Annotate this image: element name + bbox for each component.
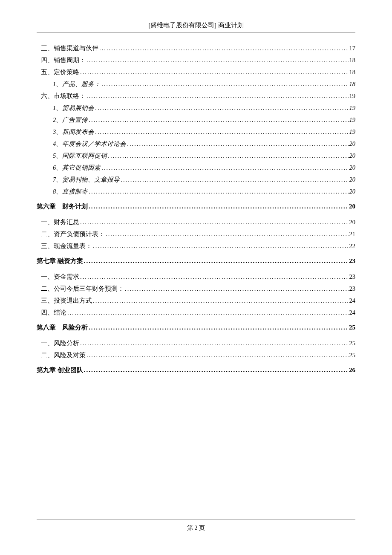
toc-entry: 8、直接邮寄20 [53,188,355,196]
footer-suffix: 页 [198,525,205,531]
toc-leader-dots [121,176,348,183]
toc-label: 5、国际互联网促销 [53,152,107,160]
toc-leader-dots [127,140,348,147]
toc-label: 一、风险分析 [41,339,79,347]
toc-label: 三、销售渠道与伙伴 [41,44,98,52]
toc-entry: 三、现金流量表：22 [41,242,355,250]
toc-label: 7、贸易刊物、文章报导 [53,176,120,184]
toc-page-number: 20 [349,176,356,183]
toc-label: 第七章 融资方案 [37,257,83,265]
toc-entry: 6、其它促销因素20 [53,164,355,172]
toc-label: 四、结论 [41,309,66,317]
toc-leader-dots [89,324,348,331]
toc-page-number: 19 [349,104,356,112]
toc-page-number: 26 [349,367,355,374]
toc-page-number: 20 [349,152,356,159]
toc-label: 1、贸易展销会 [53,104,94,112]
toc-leader-dots [101,164,348,171]
toc-page-number: 18 [349,69,356,76]
toc-entry: 四、销售周期：18 [41,56,355,64]
toc-label: 四、销售周期： [41,56,86,64]
toc-label: 2、广告宣传 [53,116,88,124]
toc-page-number: 19 [349,116,356,124]
page-header: [盛维电子股份有限公司] 商业计划 [37,21,355,32]
toc-entry: 三、销售渠道与伙伴17 [41,44,355,52]
toc-leader-dots [86,352,349,359]
toc-leader-dots [89,116,348,124]
page-footer: 第 2 页 [0,524,392,532]
toc-entry: 三、投资退出方式24 [41,297,355,305]
toc-leader-dots [101,81,348,88]
toc-leader-dots [125,285,349,292]
toc-leader-dots [108,152,348,159]
toc-label: 六、市场联络： [41,92,86,100]
toc-entry: 7、贸易刊物、文章报导20 [53,176,355,184]
toc-label: 第六章 财务计划 [37,202,88,211]
toc-leader-dots [95,128,348,136]
header-rule [37,32,355,32]
toc-page-number: 20 [349,140,356,147]
toc-entry: 1、产品、服务：18 [53,80,355,88]
toc-page-number: 19 [349,128,356,136]
footer-prefix: 第 [187,525,195,531]
toc-label: 二、资产负债预计表： [41,230,105,238]
table-of-contents: 三、销售渠道与伙伴17四、销售周期：18五、定价策略181、产品、服务：18六、… [37,44,355,374]
toc-entry: 3、新闻发布会19 [53,128,355,136]
toc-leader-dots [89,188,348,195]
toc-label: 一、资金需求 [41,273,79,281]
toc-leader-dots [86,57,349,64]
toc-entry: 第九章 创业团队26 [37,366,355,374]
toc-label: 三、投资退出方式 [41,297,92,305]
toc-entry: 二、公司今后三年财务预测：23 [41,285,355,293]
toc-label: 第九章 创业团队 [37,366,83,374]
toc-entry: 4、年度会议／学术讨论会20 [53,140,355,148]
toc-entry: 第六章 财务计划20 [37,202,355,211]
toc-entry: 2、广告宣传19 [53,116,355,124]
toc-entry: 六、市场联络：19 [41,92,355,100]
toc-page-number: 21 [349,231,356,238]
toc-entry: 一、风险分析25 [41,339,355,347]
toc-label: 一、财务汇总 [41,218,79,226]
toc-leader-dots [99,45,349,52]
toc-leader-dots [80,273,349,280]
toc-page-number: 24 [349,309,356,316]
toc-leader-dots [67,309,349,316]
toc-label: 6、其它促销因素 [53,164,101,172]
toc-label: 1、产品、服务： [53,80,101,88]
toc-entry: 五、定价策略18 [41,68,355,76]
toc-entry: 第七章 融资方案23 [37,257,355,265]
footer-rule [37,520,355,520]
toc-leader-dots [80,69,349,76]
toc-leader-dots [84,367,348,374]
toc-leader-dots [86,92,349,100]
toc-page-number: 23 [349,273,356,280]
toc-leader-dots [93,243,349,250]
toc-label: 二、公司今后三年财务预测： [41,285,124,293]
toc-page-number: 25 [349,324,355,331]
toc-page-number: 17 [349,45,356,52]
toc-label: 五、定价策略 [41,68,79,76]
toc-page-number: 24 [349,297,356,304]
toc-page-number: 18 [349,57,356,64]
toc-entry: 第八章 风险分析25 [37,324,355,332]
toc-leader-dots [106,231,349,238]
toc-label: 3、新闻发布会 [53,128,94,136]
toc-leader-dots [95,104,348,112]
toc-page-number: 18 [349,81,356,88]
footer-page-number: 2 [195,525,198,531]
toc-label: 4、年度会议／学术讨论会 [53,140,126,148]
toc-page-number: 20 [349,219,356,226]
toc-leader-dots [84,257,348,265]
toc-leader-dots [89,203,348,210]
toc-entry: 一、财务汇总20 [41,218,355,226]
toc-entry: 5、国际互联网促销20 [53,152,355,160]
toc-page-number: 23 [349,257,355,265]
toc-page-number: 22 [349,243,356,250]
toc-page-number: 25 [349,340,356,347]
toc-label: 二、风险及对策 [41,351,86,359]
toc-label: 第八章 风险分析 [37,324,88,332]
toc-leader-dots [80,219,349,226]
toc-page-number: 20 [349,203,355,210]
toc-leader-dots [80,340,349,347]
toc-page-number: 20 [349,188,356,195]
